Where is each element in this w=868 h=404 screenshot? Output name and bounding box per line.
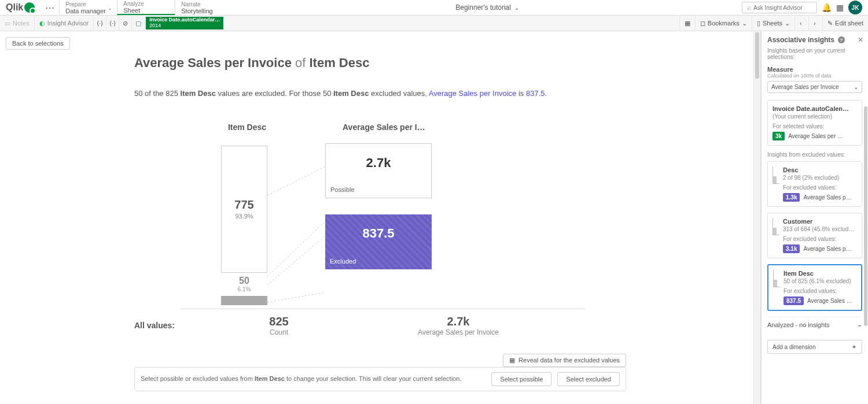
next-sheet-button[interactable]: › [808, 16, 822, 31]
selection-hint-bar: Select possible or excluded values from … [134, 367, 626, 391]
all-avg-value: 2.7k [372, 315, 545, 328]
svg-line-1 [267, 221, 325, 276]
tab-narrate[interactable]: Narrate Storytelling [175, 0, 233, 15]
column-avg-sales: Average Sales per I… [343, 123, 516, 132]
close-icon[interactable]: ✕ [858, 36, 863, 44]
panel-title: Associative insights [767, 36, 834, 44]
app-title[interactable]: Beginner's tutorial⌄ [233, 3, 742, 12]
insights-panel: ✕ Associative insights ? Insights based … [761, 31, 868, 404]
insight-card-selection[interactable]: Invoice Date.autoCalen… (Your current se… [767, 100, 862, 146]
bulb-icon: ◐ [39, 20, 45, 27]
logo[interactable]: Qlik [0, 2, 41, 13]
svg-line-0 [267, 166, 325, 195]
avatar[interactable]: JK [848, 1, 862, 14]
panel-scrollbar[interactable] [863, 106, 868, 338]
measure-sublabel: Calculated on 100% of data [767, 73, 862, 79]
measure-dropdown[interactable]: Average Sales per Invoice⌄ [767, 81, 862, 93]
analyzed-no-insights[interactable]: Analyzed - no insights ⌄ [767, 317, 862, 332]
selection-tag[interactable]: Invoice Date.autoCalendar… 2014 [146, 17, 223, 29]
info-icon[interactable]: ? [838, 36, 845, 43]
apps-grid-icon[interactable]: ▦ [836, 3, 844, 12]
tab-prepare-sub: Data manager [65, 8, 111, 14]
all-avg-label: Average Sales per Invoice [372, 328, 545, 336]
bookmark-icon: ◻ [700, 20, 705, 27]
svg-line-3 [267, 292, 325, 302]
edit-sheet-button[interactable]: ✎Edit sheet [822, 16, 868, 31]
chip-excluded: 3.1k [783, 244, 800, 253]
chevron-down-icon: ⌄ [514, 5, 519, 11]
logo-mark-icon [24, 2, 35, 13]
reveal-data-button[interactable]: ▦ Reveal data for the excluded values [503, 354, 626, 367]
possible-value-box[interactable]: 2.7k Possible [325, 143, 432, 198]
dimension-bar: 775 93.9% 50 6.1% [221, 146, 267, 305]
clear-selection-icon[interactable]: ⊘ [119, 16, 132, 31]
select-possible-button[interactable]: Select possible [491, 372, 551, 386]
chevron-down-icon: ⌄ [857, 321, 862, 328]
prev-sheet-button[interactable]: ‹ [795, 16, 808, 31]
svg-line-2 [267, 236, 325, 285]
insight-card-desc[interactable]: Desc 2 of 98 (2% excluded) For excluded … [767, 161, 862, 207]
canvas: Back to selections Average Sales per Inv… [0, 31, 761, 404]
insight-card-item-desc[interactable]: Item Desc 50 of 825 (6.1% excluded) For … [767, 264, 862, 311]
page-title: Average Sales per Invoice of Item Desc [134, 55, 632, 71]
note-icon: ▭ [5, 20, 10, 27]
sparkline-icon [773, 166, 779, 184]
chip-selected: 3k [773, 132, 785, 140]
sheets-button[interactable]: ▯Sheets⌄ [752, 16, 795, 31]
all-count-value: 825 [221, 315, 337, 328]
plus-icon: ＋ [851, 343, 857, 351]
bar-excluded-label[interactable]: 50 6.1% [221, 273, 267, 296]
add-dimension-button[interactable]: Add a dimension ＋ [767, 340, 862, 354]
scrollbar[interactable] [753, 31, 760, 404]
tab-analyze-top: Analyze [123, 1, 169, 7]
search-icon: ⌕ [747, 3, 751, 12]
insight-card-customer[interactable]: Customer 313 of 684 (45.8% exclud… For e… [767, 213, 862, 258]
search-field[interactable] [753, 5, 812, 11]
selection-back-icon[interactable]: ⟨·⟩ [94, 16, 106, 31]
tab-narrate-top: Narrate [181, 1, 227, 8]
column-item-desc: Item Desc [189, 123, 305, 132]
notes-button: ▭Notes [0, 16, 35, 31]
excluded-header: Insights from excluded values: [767, 151, 862, 158]
tab-prepare-top: Prepare [65, 1, 111, 8]
bookmarks-button[interactable]: ◻Bookmarks⌄ [695, 16, 752, 31]
bar-possible[interactable]: 775 93.9% [221, 146, 267, 273]
chevron-down-icon: ⌄ [785, 20, 790, 27]
insight-advisor-button[interactable]: ◐Insight Advisor [35, 16, 94, 31]
search-input[interactable]: ⌕ [742, 2, 817, 13]
back-to-selections-button[interactable]: Back to selections [6, 37, 70, 50]
assets-panel-icon[interactable]: ▦ [679, 16, 695, 31]
selection-tool-icon[interactable]: ▢ [132, 16, 145, 31]
sparkline-icon [773, 218, 779, 235]
select-excluded-button[interactable]: Select excluded [557, 372, 620, 386]
chip-excluded: 837.5 [784, 296, 804, 305]
tab-narrate-sub: Storytelling [181, 8, 227, 14]
excluded-value-box[interactable]: 837.5 Excluded [325, 214, 432, 269]
sheets-icon: ▯ [757, 20, 760, 27]
bar-excluded [221, 296, 267, 305]
sparkline-icon [773, 270, 780, 287]
all-count-label: Count [221, 328, 337, 336]
all-values-label: All values: [134, 321, 221, 330]
bell-icon[interactable]: 🔔 [822, 3, 832, 12]
chip-excluded: 1.3k [783, 193, 800, 202]
app-menu-icon[interactable]: ⋯ [41, 2, 59, 13]
selection-forward-icon[interactable]: ⟨·⟩ [106, 16, 119, 31]
pencil-icon: ✎ [827, 20, 833, 27]
chevron-down-icon: ⌄ [742, 20, 747, 27]
chevron-down-icon: ⌄ [854, 84, 858, 90]
summary-text: 50 of the 825 Item Desc values are exclu… [134, 88, 632, 99]
tab-prepare[interactable]: Prepare Data manager ⌄ [59, 0, 117, 15]
chevron-down-icon: ⌄ [108, 5, 112, 11]
tab-analyze[interactable]: Analyze Sheet [117, 0, 175, 15]
table-icon: ▦ [509, 357, 515, 364]
panel-subtitle: Insights based on your current selection… [767, 47, 862, 60]
tab-analyze-sub: Sheet [123, 7, 169, 14]
measure-label: Measure [767, 66, 862, 73]
